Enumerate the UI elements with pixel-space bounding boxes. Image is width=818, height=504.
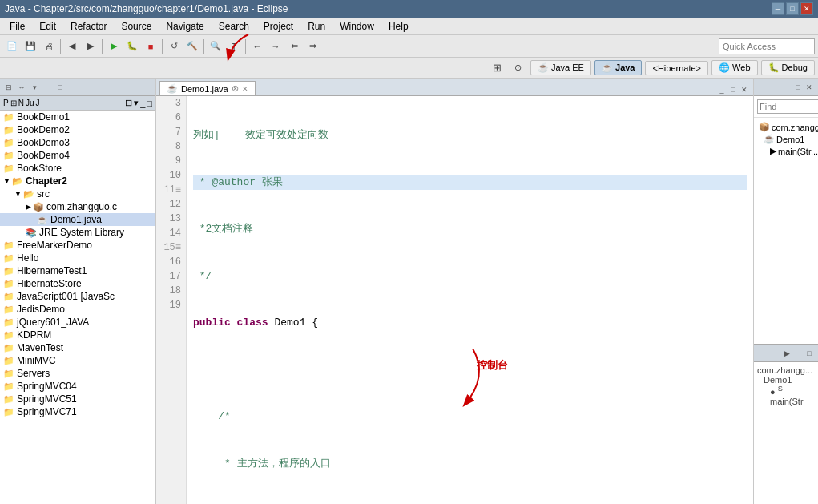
run-button[interactable]: ▶ [105, 38, 123, 55]
tree-header-min[interactable]: _ [140, 99, 145, 108]
ln-3: 3 [161, 96, 181, 111]
outline-item-method[interactable]: ▶ main(Str... [757, 145, 815, 157]
nav-left-button[interactable]: ⇐ [285, 38, 303, 55]
outline-item-class[interactable]: ☕ Demo1 [757, 133, 815, 145]
tree-item-servers[interactable]: 📁Servers [0, 367, 155, 380]
right-bottom-max[interactable]: □ [804, 348, 815, 359]
menu-edit[interactable]: Edit [33, 19, 62, 34]
prev-edit-button[interactable]: ← [248, 38, 266, 55]
tree-item-bookdemo4[interactable]: 📁BookDemo4 [0, 149, 155, 162]
ln-15: 15≡ [161, 240, 181, 255]
tree-item-freemarker[interactable]: 📁FreeMarkerDemo [0, 239, 155, 252]
perspective-debug[interactable]: 🐛 Debug [761, 60, 815, 75]
tree-header-max[interactable]: □ [147, 99, 152, 108]
maximize-button[interactable]: □ [786, 2, 799, 15]
tree-item-hello[interactable]: 📁Hello [0, 252, 155, 264]
tree-item-src[interactable]: ▼📂src [0, 187, 155, 200]
tree-item-jedis[interactable]: 📁JedisDemo [0, 303, 155, 316]
perspective-sync-button[interactable]: ⊙ [510, 59, 527, 77]
hello-icon: 📁 [3, 253, 14, 264]
tree-item-chapter2[interactable]: ▼📂Chapter2 [0, 175, 155, 187]
outline-method-icon: ▶ [770, 146, 776, 156]
tree-item-bookdemo3[interactable]: 📁BookDemo3 [0, 136, 155, 149]
tree-item-bookstore[interactable]: 📁BookStore [0, 162, 155, 175]
save-button[interactable]: 💾 [22, 38, 39, 55]
editor-panel-min[interactable]: _ [716, 84, 727, 95]
menu-file[interactable]: File [3, 19, 31, 34]
tree-item-maven[interactable]: 📁MavenTest [0, 341, 155, 354]
menu-refactor[interactable]: Refactor [64, 19, 113, 34]
right-bottom-expand[interactable]: ▶ [781, 348, 792, 359]
editor-panel-max[interactable]: □ [727, 84, 739, 95]
tree-item-kdprm[interactable]: 📁KDPRM [0, 329, 155, 341]
find-input[interactable] [757, 99, 818, 114]
menu-navigate[interactable]: Navigate [159, 19, 210, 34]
menu-window[interactable]: Window [333, 19, 381, 34]
tree-item-js001[interactable]: 📁JavaScript001 [JavaSc [0, 290, 155, 303]
close-button[interactable]: ✕ [800, 2, 813, 15]
perspective-java[interactable]: ☕ Java [594, 60, 643, 75]
tree-item-demo1java[interactable]: ☕Demo1.java [0, 213, 155, 226]
right-bottom-min[interactable]: _ [792, 348, 804, 359]
editor-tab-close[interactable]: ✕ [242, 85, 248, 93]
search-button[interactable]: 🔍 [207, 38, 224, 55]
toolbar-separator-4 [203, 39, 204, 54]
code-content: 3 6 7 8 9 10 11≡ 12 13 14 15≡ 16 [156, 96, 753, 504]
nav-right-button[interactable]: ⇒ [304, 38, 321, 55]
perspective-javaee[interactable]: ☕ Java EE [530, 60, 591, 75]
ln-11: 11≡ [161, 183, 181, 197]
tree-item-bookdemo1[interactable]: 📁BookDemo1 [0, 111, 155, 123]
quick-access-input[interactable] [719, 38, 815, 54]
print-button[interactable]: 🖨 [40, 38, 58, 55]
tree-scroll[interactable]: 📁BookDemo1 📁BookDemo2 📁BookDemo3 📁BookDe… [0, 111, 155, 504]
panel-menu-button[interactable]: ▾ [29, 82, 40, 93]
outline-package-label: com.zhangg... [772, 123, 818, 132]
bookdemo4-icon: 📁 [3, 151, 14, 161]
menu-source[interactable]: Source [115, 19, 158, 34]
outline-package-icon: 📦 [759, 122, 770, 132]
tree-item-springmvc51[interactable]: 📁SpringMVC51 [0, 393, 155, 405]
back-button[interactable]: ◀ [63, 38, 81, 55]
tree-item-minimvc[interactable]: 📁MiniMVC [0, 354, 155, 367]
collapse-all-button[interactable]: ⊟ [3, 82, 14, 93]
tree-item-jquery[interactable]: 📁jQuery601_JAVA [0, 316, 155, 329]
perspective-hibernate[interactable]: <Hibernate> [645, 61, 708, 75]
outline-class-label: Demo1 [776, 135, 804, 144]
minimize-button[interactable]: ─ [772, 2, 784, 15]
editor-tab-demo1[interactable]: ☕ Demo1.java ⊗ ✕ [159, 81, 256, 95]
tree-item-bookdemo2[interactable]: 📁BookDemo2 [0, 123, 155, 136]
perspective-open-button[interactable]: ⊞ [489, 59, 506, 77]
panel-maximize-button[interactable]: □ [54, 82, 66, 93]
code-line-6: * @author 张果 [193, 175, 747, 191]
tree-item-springmvc04[interactable]: 📁SpringMVC04 [0, 380, 155, 393]
right-panel-max[interactable]: □ [792, 82, 804, 93]
menu-search[interactable]: Search [212, 19, 256, 34]
open-type-button[interactable]: T [225, 38, 243, 55]
next-edit-button[interactable]: → [267, 38, 284, 55]
tree-item-jre[interactable]: 📚JRE System Library [0, 226, 155, 239]
right-panel-close[interactable]: ✕ [804, 82, 815, 93]
new-button[interactable]: 📄 [3, 38, 21, 55]
bookdemo1-icon: 📁 [3, 112, 14, 123]
build-button[interactable]: 🔨 [183, 38, 201, 55]
tree-item-hibname[interactable]: 📁HibernameTest1 [0, 264, 155, 277]
menu-help[interactable]: Help [382, 19, 415, 34]
editor-panel-close[interactable]: ✕ [739, 84, 750, 95]
forward-button[interactable]: ▶ [82, 38, 99, 55]
tree-header-collapse[interactable]: ⊟ [125, 98, 132, 108]
link-editor-button[interactable]: ↔ [16, 82, 27, 93]
menu-project[interactable]: Project [257, 19, 300, 34]
code-area[interactable]: 3 6 7 8 9 10 11≡ 12 13 14 15≡ 16 [156, 96, 753, 504]
outline-item-package[interactable]: 📦 com.zhangg... [757, 121, 815, 133]
tree-item-springmvc71[interactable]: 📁SpringMVC71 [0, 405, 155, 418]
menu-run[interactable]: Run [301, 19, 332, 34]
debug-button[interactable]: 🐛 [123, 38, 141, 55]
right-panel-min[interactable]: _ [781, 82, 792, 93]
tree-item-hibstore[interactable]: 📁HibernateStore [0, 277, 155, 290]
perspective-web[interactable]: 🌐 Web [711, 60, 757, 75]
tree-item-package[interactable]: ▶📦com.zhangguo.c [0, 200, 155, 213]
refresh-button[interactable]: ↺ [165, 38, 183, 55]
tree-header-menu[interactable]: ▾ [134, 98, 139, 108]
panel-minimize-button[interactable]: _ [42, 82, 53, 93]
stop-button[interactable]: ■ [142, 38, 159, 55]
